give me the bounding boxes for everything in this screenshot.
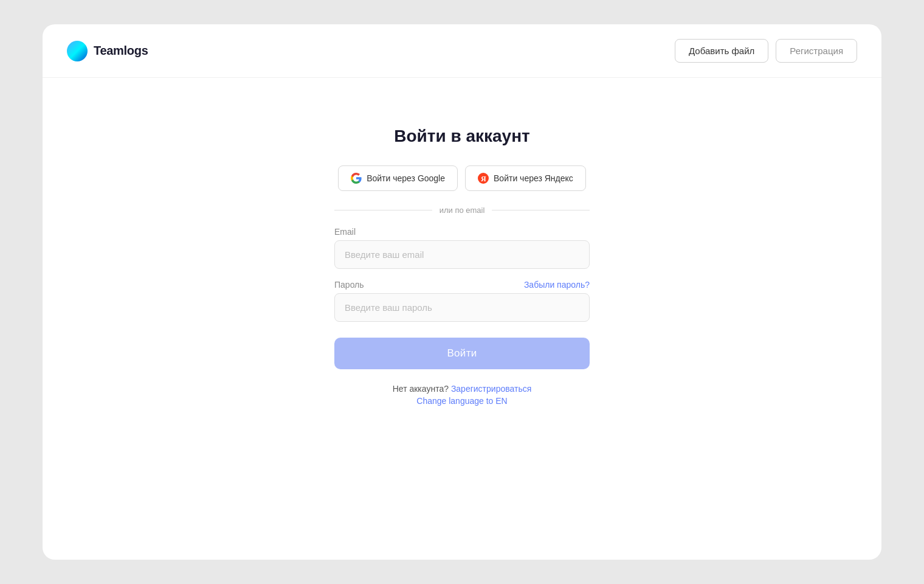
yandex-icon: Я [478,173,489,184]
logo-icon [67,41,88,61]
register-link[interactable]: Зарегистрироваться [451,384,531,394]
divider-line-left [334,210,432,210]
bottom-links: Нет аккаунта? Зарегистрироваться Change … [393,384,532,406]
divider: или по email [334,206,590,215]
login-card: Войти в аккаунт Войти через Google [334,127,590,406]
google-icon [351,173,362,184]
divider-line-right [492,210,590,210]
password-input[interactable] [334,293,590,322]
register-button[interactable]: Регистрация [776,39,857,63]
header-actions: Добавить файл Регистрация [675,39,857,63]
password-group: Пароль Забыли пароль? [334,280,590,322]
yandex-button-label: Войти через Яндекс [494,173,573,183]
google-login-button[interactable]: Войти через Google [338,165,458,191]
email-label: Email [334,227,356,237]
email-label-row: Email [334,227,590,237]
divider-text: или по email [432,206,492,215]
forgot-password-link[interactable]: Забыли пароль? [524,280,590,290]
login-button[interactable]: Войти [334,338,590,369]
header: Teamlogs Добавить файл Регистрация [43,24,881,78]
page-title: Войти в аккаунт [394,127,530,146]
no-account-text: Нет аккаунта? Зарегистрироваться [393,384,532,394]
logo[interactable]: Teamlogs [67,41,148,61]
add-file-button[interactable]: Добавить файл [675,39,768,63]
main-content: Войти в аккаунт Войти через Google [43,78,881,560]
app-window: Teamlogs Добавить файл Регистрация Войти… [43,24,881,560]
social-buttons: Войти через Google Я Войти через Яндекс [334,165,590,191]
yandex-login-button[interactable]: Я Войти через Яндекс [465,165,586,191]
logo-text: Teamlogs [94,44,148,58]
svg-text:Я: Я [481,175,486,183]
password-label-row: Пароль Забыли пароль? [334,280,590,290]
google-button-label: Войти через Google [367,173,445,183]
email-input[interactable] [334,240,590,269]
password-label: Пароль [334,280,364,290]
email-group: Email [334,227,590,269]
change-language-link[interactable]: Change language to EN [416,396,507,406]
